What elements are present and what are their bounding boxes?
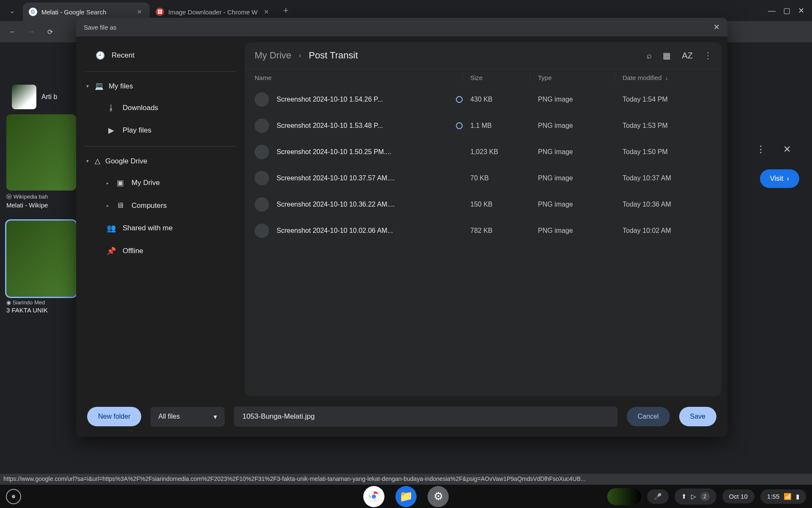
file-size: 782 KB	[463, 227, 530, 235]
back-button[interactable]: ←	[5, 24, 20, 39]
close-panel-button[interactable]: ✕	[783, 144, 791, 155]
file-row[interactable]: Screenshot 2024-10-10 1.53.48 P... 1.1 M…	[245, 113, 721, 139]
shelf-app-settings[interactable]: ⚙	[428, 486, 449, 507]
reload-button[interactable]: ⟳	[42, 24, 58, 39]
shelf-preview[interactable]	[607, 488, 641, 505]
file-date: Today 1:53 PM	[615, 122, 712, 130]
chevron-right-icon: ›	[787, 174, 789, 183]
sidebar-label: Recent	[112, 51, 134, 60]
sidebar-myfiles-group[interactable]: ▼ 💻 My files	[76, 76, 245, 97]
search-chip: Arti b	[12, 85, 57, 109]
column-header-type[interactable]: Type	[530, 74, 615, 81]
column-header-size[interactable]: Size	[463, 74, 530, 81]
breadcrumb-root[interactable]: My Drive	[255, 50, 291, 61]
sidebar-label: Shared with me	[123, 224, 173, 232]
file-date: Today 1:50 PM	[615, 148, 712, 156]
chrome-icon	[368, 490, 380, 503]
chevron-right-icon: ›	[299, 52, 301, 59]
new-folder-button[interactable]: New folder	[87, 407, 141, 426]
file-type: PNG image	[530, 227, 615, 235]
shelf-notifications[interactable]: ⬆ ▷ 2	[675, 489, 716, 505]
gear-icon: ⚙	[433, 490, 443, 503]
file-thumb-icon	[255, 197, 269, 212]
file-date: Today 10:02 AM	[615, 227, 712, 235]
devices-icon: 🖥	[115, 201, 125, 210]
shelf-status-tray[interactable]: 1:55 📶 ▮	[760, 489, 806, 504]
circle-icon	[12, 495, 15, 498]
file-thumb-icon	[255, 119, 269, 133]
arrow-down-icon: ↓	[665, 74, 669, 81]
sidebar-playfiles[interactable]: ▶ Play files	[76, 119, 239, 142]
file-size: 1,023 KB	[463, 148, 530, 156]
tab-title: Melati - Google Search	[41, 8, 131, 16]
wifi-icon: 📶	[784, 493, 792, 500]
filename-input[interactable]	[234, 406, 617, 427]
sidebar-offline[interactable]: 📌 Offline	[76, 240, 239, 262]
close-tab-button[interactable]: ✕	[135, 7, 144, 17]
forward-button[interactable]: →	[24, 24, 39, 39]
minimize-button[interactable]: —	[768, 6, 776, 15]
file-row[interactable]: Screenshot 2024-10-10 10.36.22 AM.... 15…	[245, 191, 721, 218]
file-type: PNG image	[530, 148, 615, 156]
battery-icon: ▮	[796, 493, 799, 500]
column-header-name[interactable]: Name	[255, 74, 463, 81]
close-dialog-button[interactable]: ✕	[713, 22, 720, 32]
file-size: 430 KB	[463, 96, 530, 103]
search-files-button[interactable]: ⌕	[647, 51, 652, 61]
file-size: 70 KB	[463, 174, 530, 182]
close-window-button[interactable]: ✕	[798, 6, 804, 15]
pin-icon: 📌	[107, 246, 116, 256]
shelf-mic[interactable]: 🎤	[647, 489, 669, 504]
shelf-date[interactable]: Oct 10	[722, 489, 754, 503]
grid-view-button[interactable]: ▦	[663, 50, 671, 61]
sort-az-button[interactable]: AZ	[682, 51, 693, 61]
more-menu-button[interactable]: ⋮	[704, 50, 712, 61]
file-type-select[interactable]: All files ▾	[151, 407, 225, 427]
image-result-card[interactable]: ⓦ Wikipedia bah Melati - Wikipe	[6, 114, 78, 209]
sidebar-mydrive[interactable]: ▸ ▣ My Drive	[76, 171, 239, 194]
more-options-button[interactable]: ⋮	[756, 144, 765, 155]
file-row[interactable]: Screenshot 2024-10-10 1.50.25 PM.... 1,0…	[245, 139, 721, 165]
result-caption: 3 FAKTA UNIK	[6, 306, 78, 314]
save-button[interactable]: Save	[679, 407, 716, 426]
laptop-icon: 💻	[95, 82, 104, 91]
dialog-title: Save file as	[84, 24, 117, 31]
sidebar-gdrive-group[interactable]: ▼ △ Google Drive	[76, 151, 245, 171]
chevron-down-icon: ▾	[214, 413, 217, 421]
close-tab-button[interactable]: ✕	[262, 7, 271, 17]
result-source: ⓦ Wikipedia bah	[6, 193, 78, 201]
file-name: Screenshot 2024-10-10 10.36.22 AM....	[277, 201, 463, 208]
download-icon: ⭳	[107, 103, 116, 112]
column-label: Date modified	[623, 74, 662, 81]
launcher-button[interactable]	[6, 489, 21, 504]
file-thumb-icon	[255, 171, 269, 185]
column-header-date[interactable]: Date modified ↓	[615, 74, 712, 81]
file-row[interactable]: Screenshot 2024-10-10 10.02.06 AM... 782…	[245, 218, 721, 244]
sidebar-shared[interactable]: 👥 Shared with me	[76, 217, 239, 240]
new-tab-button[interactable]: +	[278, 5, 294, 16]
maximize-button[interactable]: ▢	[783, 6, 790, 15]
folder-icon: 📁	[399, 490, 413, 503]
file-row[interactable]: Screenshot 2024-10-10 10.37.57 AM.... 70…	[245, 165, 721, 191]
time-label: 1:55	[767, 493, 779, 500]
result-caption: Melati - Wikipe	[6, 202, 78, 209]
sidebar-label: Downloads	[123, 104, 158, 112]
tab-title: Image Downloader - Chrome W	[168, 8, 258, 16]
visit-button[interactable]: Visit ›	[760, 169, 799, 188]
sidebar-computers[interactable]: ▸ 🖥 Computers	[76, 194, 239, 217]
shelf-app-files[interactable]: 📁	[395, 486, 417, 507]
search-tabs-button[interactable]: ⌄	[3, 0, 20, 21]
file-name: Screenshot 2024-10-10 1.54.26 P...	[277, 96, 445, 103]
file-size: 150 KB	[463, 201, 530, 208]
cancel-button[interactable]: Cancel	[627, 407, 670, 426]
sidebar-label: Offline	[123, 247, 143, 255]
file-name: Screenshot 2024-10-10 10.37.57 AM....	[277, 174, 463, 182]
sidebar-downloads[interactable]: ⭳ Downloads	[76, 97, 239, 119]
sidebar-label: My Drive	[132, 179, 160, 187]
sidebar-recent[interactable]: 🕘 Recent	[76, 44, 239, 67]
sync-ring-icon	[456, 96, 463, 103]
shelf-app-chrome[interactable]	[363, 486, 384, 507]
file-row[interactable]: Screenshot 2024-10-10 1.54.26 P... 430 K…	[245, 86, 721, 113]
triangle-down-icon: ▼	[85, 84, 90, 88]
image-result-card-selected[interactable]: ◉ Siarindo Med 3 FAKTA UNIK	[6, 221, 78, 314]
